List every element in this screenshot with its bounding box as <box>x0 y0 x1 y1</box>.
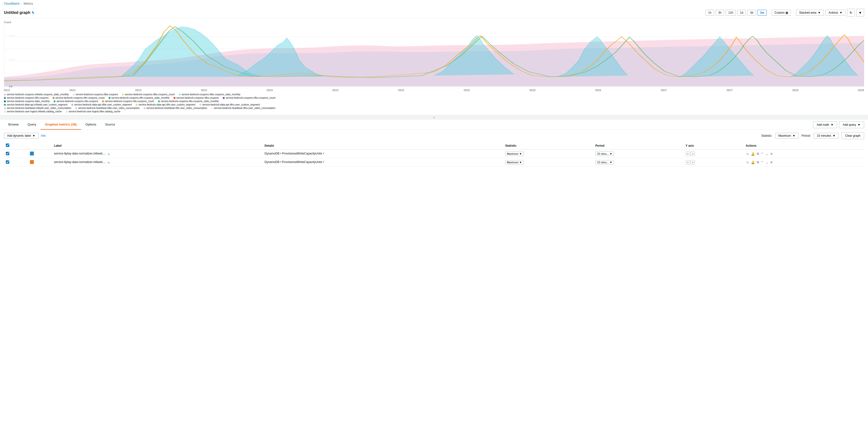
clear-graph-btn[interactable]: Clear graph <box>841 132 864 139</box>
tab-query[interactable]: Query <box>23 120 40 130</box>
row-1-edit-icon[interactable]: ✎ <box>107 153 110 156</box>
tabs-actions: Add math ▼ Add query ▼ <box>813 121 864 128</box>
col-header-details: Details <box>262 142 503 149</box>
row-1-period-chevron: ▼ <box>610 152 612 155</box>
add-query-chevron: ▼ <box>858 123 861 126</box>
breadcrumb: CloudWatch › Metrics <box>0 0 868 7</box>
legend-color <box>102 101 104 102</box>
row-1-copy-icon[interactable]: ⧉ <box>756 151 760 156</box>
expand-btn[interactable]: ▼ <box>856 9 864 17</box>
legend-color <box>199 104 201 106</box>
actions-btn[interactable]: Actions ▼ <box>826 10 846 16</box>
tab-browse[interactable]: Browse <box>4 120 23 130</box>
tabs-list: Browse Query Graphed metrics (39) Option… <box>4 120 120 130</box>
add-dynamic-label-btn[interactable]: Add dynamic label ▼ <box>4 133 38 139</box>
time-btn-1w[interactable]: 1w <box>757 10 767 16</box>
legend-item: service-bedrock-data-api.rtlhu.user_cust… <box>199 103 260 106</box>
time-btn-1h[interactable]: 1h <box>705 10 714 16</box>
legend-color <box>75 107 77 109</box>
time-btn-3h[interactable]: 3h <box>716 10 724 16</box>
time-btn-1d[interactable]: 1d <box>737 10 746 16</box>
period-label: Period: <box>802 134 811 137</box>
metrics-area: Add dynamic label ▼ Info Statistic: Maxi… <box>0 130 868 169</box>
add-math-chevron: ▼ <box>831 123 834 126</box>
metrics-table: Label Details Statistic Period Y axis Ac… <box>4 142 864 167</box>
view-type-label: Stacked area <box>799 11 816 15</box>
breadcrumb-separator: › <box>21 2 22 5</box>
legend-item: service-bedrock-coupons.rtllu.coupons <box>54 100 98 103</box>
legend-item: service-bedrock-coupons.rtlbe.coupons_st… <box>179 93 241 96</box>
period-value: 15 minutes <box>817 134 831 137</box>
row-1-stat-dropdown[interactable]: Maximum ▼ <box>505 151 524 156</box>
row-1-trend-icon[interactable]: ∿ <box>746 151 749 156</box>
row-2-yaxis-right[interactable]: > <box>690 160 695 165</box>
row-1-move-down-icon[interactable]: ⌄ <box>765 151 769 156</box>
view-type-btn[interactable]: Stacked area ▼ <box>796 10 824 16</box>
row-1-yaxis-cell: < > <box>684 149 744 158</box>
legend-item: service-bedrock-coupons.rtlbe.coupons_co… <box>122 93 175 96</box>
legend-color <box>122 93 124 95</box>
add-math-btn[interactable]: Add math ▼ <box>813 121 837 128</box>
time-btn-3d[interactable]: 3d <box>747 10 756 16</box>
row-1-delete-icon[interactable]: ✕ <box>770 151 773 156</box>
row-2-move-down-icon[interactable]: ⌄ <box>765 160 769 165</box>
actions-chevron: ▼ <box>839 11 842 15</box>
row-2-trend-icon[interactable]: ∿ <box>746 160 749 165</box>
select-all-checkbox[interactable] <box>6 144 9 147</box>
row-2-edit-icon[interactable]: ✎ <box>107 161 110 164</box>
row-2-alarm-icon[interactable]: 🔔 <box>750 160 755 165</box>
row-2-move-up-icon[interactable]: ⌃ <box>761 160 764 165</box>
legend-item: service-bedrock-coupons.rtlhu.coupons_co… <box>223 96 276 99</box>
time-btn-12h[interactable]: 12h <box>725 10 736 16</box>
add-query-btn[interactable]: Add query ▼ <box>839 121 864 128</box>
legend-item: service-bedrock-coupons.m6web.coupons_st… <box>4 93 69 96</box>
row-2-label: service-6play-data-normalizer.m6web.... <box>54 160 106 164</box>
row-2-stat-dropdown[interactable]: Maximum ▼ <box>505 160 524 165</box>
statistic-dropdown[interactable]: Maximum ▼ <box>775 133 799 139</box>
row-2-yaxis-left[interactable]: < <box>686 160 690 165</box>
col-header-check <box>4 142 28 149</box>
tab-graphed-metrics[interactable]: Graphed metrics (39) <box>41 120 81 130</box>
graph-title-edit-icon[interactable]: ✎ <box>32 11 34 15</box>
period-chevron: ▼ <box>833 134 835 137</box>
col-header-stat: Statistic <box>503 142 593 149</box>
legend-row-1: service-bedrock-coupons.m6web.coupons_st… <box>4 93 864 96</box>
legend-color <box>144 107 146 109</box>
legend-color <box>108 97 111 99</box>
row-1-move-up-icon[interactable]: ⌃ <box>761 151 764 156</box>
legend-item: service-bedrock-coupons.stats_monthly <box>4 100 50 103</box>
legend-item: service-bedrock-heartbeat.m6web.user_vid… <box>4 107 71 109</box>
svg-text:—: — <box>9 34 15 37</box>
breadcrumb-cloudwatch[interactable]: CloudWatch <box>4 2 20 5</box>
row-2-checkbox[interactable] <box>6 160 9 164</box>
row-2-details-cell: DynamoDB • ProvisionedWriteCapacityUnits… <box>262 158 503 167</box>
legend-item: service-bedrock-coupons.rtlhu.coupons <box>174 96 219 99</box>
row-2-delete-icon[interactable]: ✕ <box>770 160 773 165</box>
tab-source[interactable]: Source <box>101 120 120 130</box>
row-1-yaxis-right[interactable]: > <box>690 151 695 156</box>
refresh-btn[interactable]: ↻ <box>847 9 855 17</box>
tab-options[interactable]: Options <box>81 120 101 130</box>
table-header-row: Label Details Statistic Period Y axis Ac… <box>4 142 864 149</box>
custom-label: Custom <box>775 11 784 15</box>
info-link[interactable]: Info <box>41 134 46 137</box>
separator-2 <box>793 10 794 16</box>
table-row: service-6play-data-normalizer.m6web.... … <box>4 149 864 158</box>
row-1-period-dropdown[interactable]: 15 minu... ▼ <box>595 151 614 156</box>
legend-color <box>4 93 6 95</box>
row-2-copy-icon[interactable]: ⧉ <box>756 160 760 165</box>
row-1-alarm-icon[interactable]: 🔔 <box>750 151 755 156</box>
legend-color <box>54 101 56 102</box>
row-1-checkbox[interactable] <box>6 152 9 155</box>
tabs-bar: Browse Query Graphed metrics (39) Option… <box>0 120 868 130</box>
drag-handle[interactable]: ≡ <box>0 115 868 120</box>
row-1-yaxis-left[interactable]: < <box>686 151 690 156</box>
row-2-label-cell: service-6play-data-normalizer.m6web.... … <box>52 158 262 167</box>
row-2-period-value: 15 minu... <box>597 161 609 164</box>
row-2-period-chevron: ▼ <box>610 161 612 164</box>
legend-color <box>223 97 225 99</box>
col-header-actions: Actions <box>744 142 864 149</box>
row-2-period-dropdown[interactable]: 15 minu... ▼ <box>595 160 614 165</box>
period-dropdown[interactable]: 15 minutes ▼ <box>814 133 839 139</box>
custom-time-btn[interactable]: Custom ▦ <box>772 10 791 16</box>
